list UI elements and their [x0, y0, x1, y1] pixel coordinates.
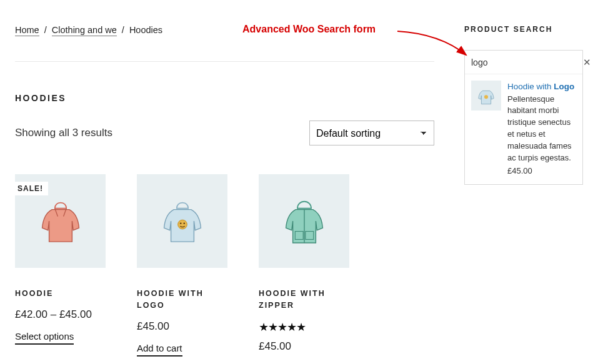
- clear-icon[interactable]: ✕: [581, 54, 594, 71]
- add-to-cart-button[interactable]: Add to cart: [137, 343, 182, 357]
- breadcrumb-current: Hoodies: [129, 25, 162, 35]
- hoodie-icon: [474, 84, 498, 107]
- divider: [15, 61, 434, 62]
- svg-point-6: [484, 95, 488, 99]
- star-rating: ★★★★★: [259, 320, 349, 334]
- category-heading: HOODIES: [15, 93, 434, 103]
- product-price: £42.00 – £45.00: [15, 308, 106, 321]
- product-card[interactable]: HOODIE WITH LOGO £45.00 Add to cart: [137, 174, 227, 364]
- product-image: [137, 174, 227, 268]
- breadcrumb-home[interactable]: Home: [15, 25, 39, 36]
- result-title: Hoodie with Logo: [507, 81, 576, 93]
- result-description: Pellentesque habitant morbi tristique se…: [507, 94, 576, 164]
- annotation-label: Advanced Woo Search form: [242, 24, 376, 35]
- product-title: HOODIE WITH LOGO: [137, 288, 227, 312]
- breadcrumb-category[interactable]: Clothing and we: [52, 25, 117, 36]
- select-options-button[interactable]: Select options: [15, 331, 74, 345]
- sort-select[interactable]: Default sorting: [309, 121, 434, 145]
- svg-point-2: [183, 222, 185, 224]
- breadcrumb-sep: /: [122, 25, 124, 35]
- product-image: [259, 174, 349, 268]
- results-count: Showing all 3 results: [15, 127, 112, 139]
- product-price: £45.00: [259, 340, 349, 353]
- result-thumbnail: [471, 81, 501, 111]
- sale-badge: SALE!: [12, 182, 48, 195]
- breadcrumb-sep: /: [44, 25, 47, 35]
- hoodie-icon: [32, 192, 89, 250]
- svg-point-1: [179, 222, 181, 224]
- hoodie-icon: [154, 192, 211, 250]
- product-title: HOODIE WITH ZIPPER: [259, 288, 349, 312]
- search-widget: ✕ Hoodie with Logo Pellentesque habitant…: [464, 50, 583, 185]
- hoodie-icon: [276, 192, 333, 250]
- product-title: HOODIE: [15, 288, 106, 300]
- product-card[interactable]: SALE! HOODIE £42.00 – £45.00 Select opti…: [15, 174, 106, 364]
- result-price: £45.00: [507, 165, 576, 177]
- svg-point-0: [177, 220, 187, 229]
- product-price: £45.00: [137, 320, 227, 333]
- search-input[interactable]: [471, 57, 581, 67]
- product-grid: SALE! HOODIE £42.00 – £45.00 Select opti…: [15, 174, 434, 364]
- product-card[interactable]: HOODIE WITH ZIPPER ★★★★★ £45.00 Add to c…: [259, 174, 349, 364]
- sidebar-title: PRODUCT SEARCH: [464, 25, 583, 34]
- search-result-item[interactable]: Hoodie with Logo Pellentesque habitant m…: [465, 74, 582, 184]
